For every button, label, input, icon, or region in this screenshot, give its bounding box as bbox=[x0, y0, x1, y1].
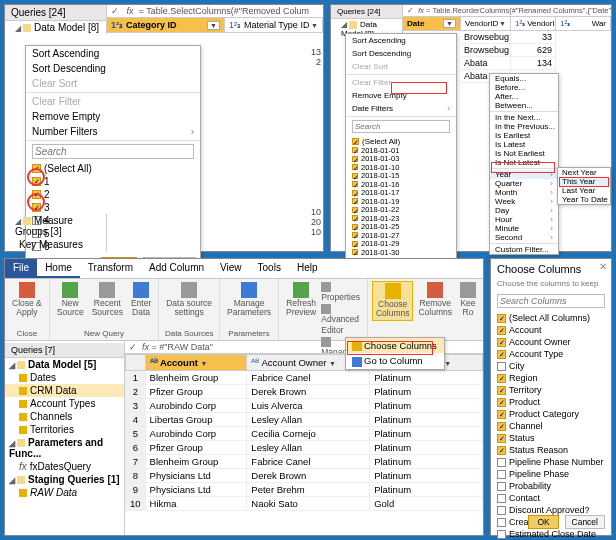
checkbox-icon[interactable] bbox=[32, 190, 41, 199]
date-filters[interactable]: Date Filters bbox=[346, 102, 456, 115]
dropdown-icon[interactable]: ▼ bbox=[329, 360, 336, 367]
column-row[interactable]: Pipeline Phase bbox=[497, 468, 605, 480]
submenu-item[interactable]: Custom Filter... bbox=[490, 245, 558, 254]
table-row[interactable]: 5Aurobindo CorpCecilia CornejoPlatinum bbox=[126, 427, 483, 441]
checkbox-icon[interactable] bbox=[497, 434, 506, 443]
close-icon[interactable]: ✕ bbox=[599, 261, 607, 272]
manage-parameters-button[interactable]: Manage Parameters bbox=[224, 281, 274, 319]
number-filters[interactable]: Number Filters bbox=[26, 124, 200, 139]
column-row[interactable]: City bbox=[497, 360, 605, 372]
filter-item[interactable]: 2018-01-27 bbox=[352, 231, 450, 240]
checkbox-icon[interactable] bbox=[497, 374, 506, 383]
tab-home[interactable]: Home bbox=[37, 259, 80, 278]
checkbox-icon[interactable] bbox=[352, 147, 358, 153]
tab-tools[interactable]: Tools bbox=[250, 259, 289, 278]
dropdown-icon[interactable]: ▼ bbox=[201, 360, 208, 367]
checkbox-icon[interactable] bbox=[352, 164, 358, 170]
column-row[interactable]: Probability bbox=[497, 480, 605, 492]
sort-desc[interactable]: Sort Descending bbox=[26, 61, 200, 76]
checkbox-icon[interactable] bbox=[497, 518, 506, 527]
tree-item[interactable]: Account Types bbox=[5, 397, 124, 410]
submenu-item[interactable]: After... bbox=[490, 92, 558, 101]
checkbox-icon[interactable] bbox=[497, 398, 506, 407]
submenu-item[interactable]: Is Not Earliest bbox=[490, 149, 558, 158]
filter-item[interactable]: 2018-01-25 bbox=[352, 223, 450, 232]
checkbox-icon[interactable] bbox=[497, 458, 506, 467]
cancel-button[interactable]: Cancel bbox=[565, 515, 605, 529]
submenu-item[interactable]: Year To Date bbox=[558, 195, 610, 204]
submenu-item[interactable]: Between... bbox=[490, 101, 558, 110]
tab-file[interactable]: File bbox=[5, 259, 37, 278]
sort-desc[interactable]: Sort Descending bbox=[346, 47, 456, 60]
column-header-category[interactable]: 1²₃Category ID▼ bbox=[107, 18, 225, 32]
dropdown-icon[interactable]: ▼ bbox=[444, 360, 451, 367]
submenu-item[interactable]: Quarter bbox=[490, 179, 558, 188]
checkbox-icon[interactable] bbox=[497, 482, 506, 491]
column-header-material[interactable]: 1²₃Material Type ID▼ bbox=[225, 18, 323, 32]
dropdown-icon[interactable]: ▼ bbox=[443, 19, 456, 28]
column-header-ware[interactable]: 1²₃War bbox=[556, 17, 611, 30]
table-row[interactable]: 9Physicians LtdPeter BrehmPlatinum bbox=[126, 483, 483, 497]
table-row[interactable]: 3Aurobindo CorpLuis AlvercaPlatinum bbox=[126, 399, 483, 413]
tree-item[interactable]: fxfxDatesQuery bbox=[5, 460, 124, 473]
checkbox-icon[interactable] bbox=[497, 530, 506, 539]
submenu-item[interactable]: In the Previous... bbox=[490, 122, 558, 131]
column-row[interactable]: Region bbox=[497, 372, 605, 384]
dropdown-icon[interactable]: ▼ bbox=[499, 20, 506, 27]
sort-asc[interactable]: Sort Ascending bbox=[346, 34, 456, 47]
column-header-vendor[interactable]: VendorID▼ bbox=[461, 17, 511, 30]
checkbox-icon[interactable] bbox=[497, 386, 506, 395]
choose-columns-button[interactable]: Choose Columns bbox=[372, 281, 414, 321]
checkbox-icon[interactable] bbox=[352, 190, 358, 196]
tab-add-column[interactable]: Add Column bbox=[141, 259, 212, 278]
col-header-account[interactable]: ᴬᴮ Account ▼ bbox=[145, 355, 247, 371]
filter-item[interactable]: 3 bbox=[32, 201, 194, 214]
column-row[interactable]: Territory bbox=[497, 384, 605, 396]
tree-item[interactable]: RAW Data bbox=[5, 486, 124, 499]
tab-help[interactable]: Help bbox=[289, 259, 326, 278]
column-row[interactable]: Product Category bbox=[497, 408, 605, 420]
table-row[interactable]: 6Pfizer GroupLesley AllanPlatinum bbox=[126, 441, 483, 455]
filter-item[interactable]: 2018-01-30 bbox=[352, 248, 450, 257]
table-row[interactable]: 2Pfizer GroupDerek BrownPlatinum bbox=[126, 385, 483, 399]
formula-bar[interactable]: ✓ fx = Table.ReorderColumns(#"Renamed Co… bbox=[403, 5, 611, 16]
submenu-item[interactable]: Is Not Latest bbox=[490, 158, 558, 167]
remove-columns-button[interactable]: Remove Columns bbox=[415, 281, 455, 319]
filter-item[interactable]: 2018-01-29 bbox=[352, 240, 450, 249]
data-model-node[interactable]: ◢Data Model [8] bbox=[5, 21, 106, 34]
recent-sources-button[interactable]: Recent Sources bbox=[89, 281, 126, 319]
filter-item[interactable]: 1 bbox=[32, 175, 194, 188]
table-row[interactable]: 7Blenheim GroupFabrice CanelPlatinum bbox=[126, 455, 483, 469]
column-row[interactable]: Status bbox=[497, 432, 605, 444]
submenu-item[interactable]: Minute bbox=[490, 224, 558, 233]
filter-item[interactable]: 2018-01-22 bbox=[352, 206, 450, 215]
parameters-node[interactable]: ◢Parameters and Func... bbox=[5, 436, 124, 460]
submenu-item[interactable]: Month bbox=[490, 188, 558, 197]
checkbox-icon[interactable] bbox=[32, 203, 41, 212]
tree-item[interactable]: Dates bbox=[5, 371, 124, 384]
checkbox-icon[interactable] bbox=[497, 338, 506, 347]
keep-rows-button[interactable]: Kee Ro bbox=[457, 281, 479, 319]
submenu-item[interactable]: Year bbox=[490, 170, 558, 179]
select-all-row[interactable]: (Select All) bbox=[352, 136, 450, 146]
checkbox-icon[interactable] bbox=[497, 494, 506, 503]
formula-bar[interactable]: ✓ fx = Table.SelectColumns(#"Removed Col… bbox=[107, 5, 323, 17]
filter-item[interactable]: 2018-01-19 bbox=[352, 197, 450, 206]
column-row[interactable]: Product bbox=[497, 396, 605, 408]
checkbox-icon[interactable] bbox=[497, 350, 506, 359]
checkbox-icon[interactable] bbox=[352, 156, 358, 162]
checkbox-icon[interactable] bbox=[352, 173, 358, 179]
checkbox-icon[interactable] bbox=[352, 241, 358, 247]
submenu-item[interactable]: In the Next... bbox=[490, 113, 558, 122]
tree-item[interactable]: Territories bbox=[5, 423, 124, 436]
column-header-vendorid[interactable]: 1²₃VendorID▼ bbox=[511, 17, 556, 30]
filter-item[interactable]: 2018-01-16 bbox=[352, 180, 450, 189]
checkbox-icon[interactable] bbox=[497, 470, 506, 479]
submenu-item[interactable]: This Year bbox=[558, 177, 610, 186]
checkbox-icon[interactable] bbox=[497, 326, 506, 335]
tree-item[interactable]: Key Measures bbox=[5, 238, 106, 251]
column-row[interactable]: Account bbox=[497, 324, 605, 336]
new-source-button[interactable]: New Source bbox=[54, 281, 87, 319]
filter-item[interactable]: 2018-01-10 bbox=[352, 163, 450, 172]
column-row[interactable]: Status Reason bbox=[497, 444, 605, 456]
